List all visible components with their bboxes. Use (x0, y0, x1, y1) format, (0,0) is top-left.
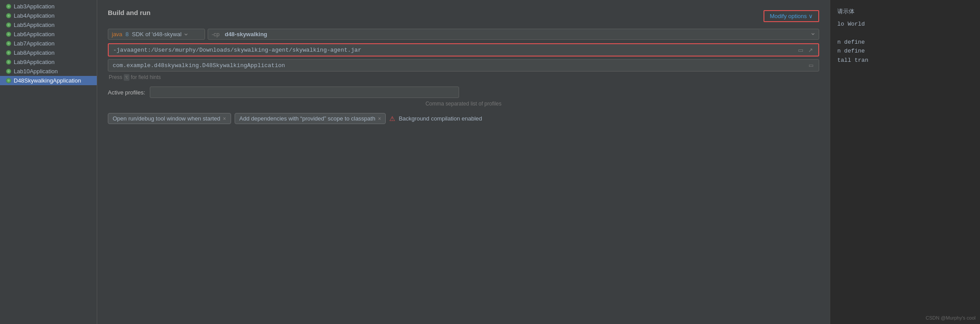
sdk-row: java 8 SDK of 'd48-skywal -cp d48-skywal… (108, 29, 819, 40)
hint-shortcut: ⌥ (124, 74, 129, 81)
right-panel-content: 请示体 lo World n define n define tall tran (837, 7, 973, 65)
chevron-down-icon: ∨ (809, 13, 813, 19)
sidebar-item-lab6[interactable]: Lab6Application (0, 30, 97, 39)
app-icon-lab4 (5, 13, 11, 19)
app-icon-lab10 (5, 68, 11, 75)
background-compilation-text: Background compilation enabled (399, 115, 482, 122)
sidebar-item-lab4[interactable]: Lab4Application (0, 11, 97, 20)
hint-for-field-hints: for field hints (131, 74, 161, 80)
main-class-value: com.example.d48skywalking.D48SkywalkingA… (113, 62, 807, 69)
main-class-copy-icon[interactable]: ▭ (807, 62, 814, 69)
tags-row: Open run/debug tool window when started … (108, 113, 819, 124)
app-icon-lab9 (5, 59, 11, 65)
right-code-line-4: tall tran (837, 56, 868, 65)
active-profiles-row: Active profiles: (108, 87, 819, 98)
java-version: 8 (125, 31, 129, 38)
app-icon-lab3 (5, 4, 11, 10)
modify-options-button[interactable]: Modify options ∨ (763, 10, 819, 22)
sidebar-item-lab9[interactable]: Lab9Application (0, 57, 97, 67)
sidebar-item-label-lab7: Lab7Application (14, 40, 55, 47)
tag-add-dependencies-label: Add dependencies with “provided” scope t… (239, 115, 376, 122)
right-line-2: n define (837, 38, 973, 47)
sidebar-item-lab8[interactable]: Lab8Application (0, 48, 97, 57)
sdk-chevron-icon (183, 32, 189, 37)
app-icon-lab8 (5, 50, 11, 56)
active-profiles-label: Active profiles: (108, 89, 145, 96)
app-icon-lab7 (5, 41, 11, 47)
sidebar-item-lab3[interactable]: Lab3Application (0, 2, 97, 11)
hint-press: Press (109, 74, 124, 80)
section-title: Build and run (108, 9, 151, 16)
right-code-line-3: n define (837, 47, 865, 56)
main-class-row[interactable]: com.example.d48skywalking.D48SkywalkingA… (108, 59, 819, 72)
right-code-block: lo World n define n define tall tran (837, 20, 973, 65)
field-hint: Press ⌥ for field hints (108, 74, 819, 80)
sidebar-item-label-lab10: Lab10Application (14, 68, 58, 75)
watermark: CSDN @Murphy's cool (926, 315, 976, 320)
sidebar-item-label-lab9: Lab9Application (14, 59, 55, 65)
cp-field[interactable]: -cp d48-skywalking (208, 29, 819, 40)
right-line-title: 请示体 (837, 7, 973, 16)
tag-add-dependencies-close[interactable]: × (378, 116, 381, 121)
tag-add-dependencies: Add dependencies with “provided” scope t… (235, 113, 386, 124)
sidebar-item-label-lab4: Lab4Application (14, 12, 55, 19)
warning-icon: ⚠ (389, 115, 395, 123)
app-icon-lab5 (5, 22, 11, 28)
tag-open-run-debug-close[interactable]: × (223, 116, 226, 121)
sidebar-item-lab5[interactable]: Lab5Application (0, 20, 97, 30)
app-icon-d48skywalking (5, 78, 11, 84)
java-keyword: java (112, 31, 122, 38)
sdk-select[interactable]: java 8 SDK of 'd48-skywal (108, 29, 205, 40)
copy-icon[interactable]: ▭ (797, 46, 804, 53)
main-panel: Build and run Modify options ∨ java 8 SD… (97, 0, 830, 324)
sidebar-item-label-lab6: Lab6Application (14, 31, 55, 38)
tag-open-run-debug: Open run/debug tool window when started … (108, 113, 231, 124)
sidebar-item-label-lab5: Lab5Application (14, 22, 55, 28)
top-row: Build and run Modify options ∨ (108, 9, 819, 23)
right-line-0: lo World (837, 20, 973, 29)
right-code-line-2: n define (837, 38, 865, 47)
sdk-of-label: SDK of 'd48-skywal (132, 31, 182, 38)
cp-field-chevron-icon (811, 31, 815, 38)
right-line-3: n define (837, 47, 973, 56)
active-profiles-input[interactable] (150, 87, 459, 98)
app-icon-lab6 (5, 31, 11, 38)
vm-options-value: -javaagent:/Users/murphy/Downloads/skywa… (113, 47, 794, 53)
cp-value: d48-skywalking (225, 31, 267, 38)
profiles-hint-text: Comma separated list of profiles (108, 101, 819, 107)
sidebar-item-lab10[interactable]: Lab10Application (0, 67, 97, 76)
cp-label: -cp (212, 31, 220, 38)
expand-icon[interactable]: ↗ (807, 46, 814, 53)
sidebar-item-lab7[interactable]: Lab7Application (0, 39, 97, 48)
sidebar-item-d48skywalking[interactable]: D48SkywalkingApplication (0, 76, 97, 85)
right-panel: 请示体 lo World n define n define tall tran… (830, 0, 980, 324)
sdk-select-text: java 8 SDK of 'd48-skywal (112, 31, 182, 38)
vm-options-input-wrapper[interactable]: -javaagent:/Users/murphy/Downloads/skywa… (108, 43, 819, 57)
right-code-line-0: lo World (837, 20, 865, 29)
sidebar-item-label-lab8: Lab8Application (14, 49, 55, 56)
sidebar-item-label-d48skywalking: D48SkywalkingApplication (14, 77, 81, 84)
sidebar-item-label-lab3: Lab3Application (14, 3, 55, 10)
vm-options-row: -javaagent:/Users/murphy/Downloads/skywa… (108, 43, 819, 57)
sidebar: Lab3Application Lab4Application Lab5Appl… (0, 0, 97, 324)
tag-open-run-debug-label: Open run/debug tool window when started (113, 115, 220, 122)
modify-options-label: Modify options (770, 13, 807, 19)
right-line-1 (837, 29, 973, 38)
cn-title: 请示体 (837, 7, 855, 16)
right-line-4: tall tran (837, 56, 973, 65)
